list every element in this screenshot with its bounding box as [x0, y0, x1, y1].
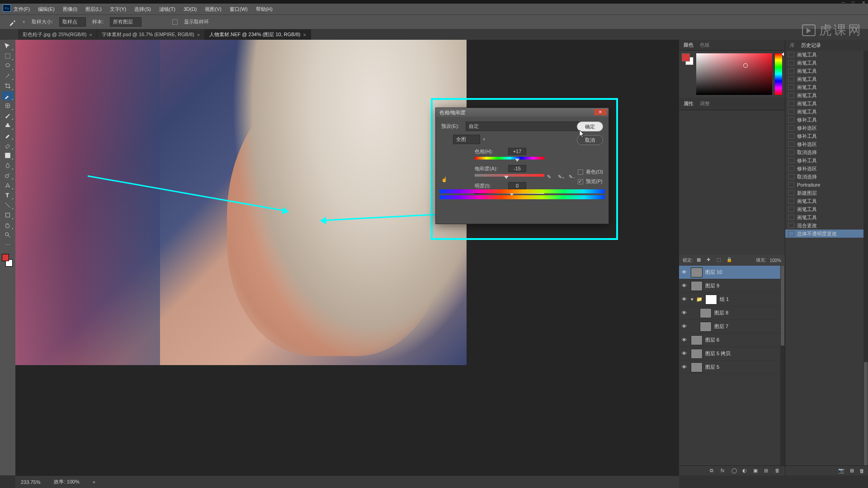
tab-document-3[interactable]: 人物素材.NEF @ 234% (图层 10, RGB/8)× [205, 29, 311, 40]
menu-edit[interactable]: 编辑(E) [38, 6, 55, 13]
layer-name[interactable]: 图层 7 [714, 323, 728, 330]
history-scrollbar[interactable] [863, 51, 868, 465]
sample-select[interactable]: 所有图层 [110, 17, 142, 27]
layer-row[interactable]: 👁图层 8 [679, 306, 785, 320]
delete-layer-icon[interactable]: 🗑 [775, 468, 781, 474]
preset-select[interactable]: 自定 [466, 122, 589, 131]
menu-image[interactable]: 图像(I) [63, 6, 77, 13]
new-group-icon[interactable]: ▣ [753, 468, 760, 474]
history-row[interactable]: 画笔工具 [785, 75, 868, 83]
gradient-tool[interactable] [2, 151, 14, 160]
layer-thumbnail[interactable] [691, 267, 703, 277]
layer-row[interactable]: 👁图层 7 [679, 320, 785, 333]
layer-row[interactable]: 👁图层 10 [679, 266, 785, 279]
lock-position-icon[interactable]: ✚ [707, 257, 713, 263]
pen-tool[interactable] [2, 181, 14, 190]
foreground-background-colors[interactable] [2, 254, 14, 267]
saturation-slider[interactable] [475, 174, 544, 177]
history-row[interactable]: Portraiture [785, 181, 868, 189]
visibility-icon[interactable]: 👁 [682, 324, 688, 330]
fill-value[interactable]: 100% [769, 258, 781, 263]
brush-tool[interactable] [2, 111, 14, 120]
layer-thumbnail[interactable] [691, 349, 703, 359]
dialog-titlebar[interactable]: 色相/饱和度 ✕ [436, 108, 609, 117]
history-row[interactable]: 修补选区 [785, 140, 868, 148]
eraser-tool[interactable] [2, 141, 14, 150]
history-brush-tool[interactable] [2, 131, 14, 140]
menu-help[interactable]: 帮助(H) [256, 6, 273, 13]
menu-window[interactable]: 窗口(W) [230, 6, 248, 13]
menu-type[interactable]: 文字(Y) [110, 6, 127, 13]
history-row[interactable]: 修补选区 [785, 124, 868, 132]
chevron-down-icon[interactable]: ▾ [691, 296, 693, 302]
menu-filter[interactable]: 滤镜(T) [159, 6, 175, 13]
layer-name[interactable]: 图层 5 [705, 364, 719, 371]
layer-row[interactable]: 👁图层 9 [679, 279, 785, 293]
lock-artboard-icon[interactable]: ⬚ [717, 257, 723, 263]
stamp-tool[interactable] [2, 121, 14, 130]
layer-name[interactable]: 图层 9 [705, 282, 719, 289]
menu-3d[interactable]: 3D(D) [184, 6, 197, 12]
layer-mask-thumbnail[interactable] [705, 295, 717, 305]
saturation-value[interactable]: -15 [508, 165, 526, 172]
tab-adjustments[interactable]: 调整 [700, 100, 710, 107]
tab-libraries[interactable]: 库 [790, 42, 795, 49]
menu-select[interactable]: 选择(S) [134, 6, 151, 13]
layer-thumbnail[interactable] [691, 335, 703, 345]
close-icon[interactable]: ✕ [862, 0, 866, 4]
history-row[interactable]: 修补工具 [785, 156, 868, 164]
layer-name[interactable]: 组 1 [720, 296, 729, 303]
eyedropper-add-icon[interactable]: ✎₊ [558, 174, 565, 181]
show-ring-checkbox[interactable] [172, 19, 178, 25]
history-row[interactable]: 修补工具 [785, 116, 868, 124]
history-row[interactable]: 画笔工具 [785, 59, 868, 67]
minimize-icon[interactable]: ─ [842, 0, 846, 4]
tab-properties[interactable]: 属性 [684, 100, 693, 107]
history-row[interactable]: 总体不透明度更改 [785, 230, 868, 238]
layer-name[interactable]: 图层 10 [705, 269, 722, 276]
eyedropper-tool[interactable] [2, 91, 14, 100]
color-swatch[interactable] [682, 53, 693, 65]
canvas-area[interactable] [15, 40, 679, 475]
history-row[interactable]: 画笔工具 [785, 91, 868, 99]
history-row[interactable]: 画笔工具 [785, 197, 868, 205]
lightness-value[interactable]: 0 [508, 182, 526, 189]
close-tab-icon[interactable]: × [89, 32, 92, 38]
layer-thumbnail[interactable] [691, 281, 703, 291]
hue-slider[interactable] [475, 157, 544, 160]
new-layer-icon[interactable]: ⊞ [764, 468, 770, 474]
layer-thumbnail[interactable] [700, 308, 712, 318]
crop-tool[interactable] [2, 81, 14, 90]
history-row[interactable]: 取消选择 [785, 173, 868, 181]
history-row[interactable]: 画笔工具 [785, 205, 868, 213]
history-row[interactable]: 修补工具 [785, 132, 868, 140]
visibility-icon[interactable]: 👁 [682, 296, 688, 303]
menu-file[interactable]: 文件(F) [14, 6, 30, 13]
visibility-icon[interactable]: 👁 [682, 337, 688, 343]
tab-document-2[interactable]: 字体素材.psd @ 16.7% (EMPIRE, RGB/8)× [97, 29, 205, 40]
sample-size-select[interactable]: 取样点 [59, 17, 86, 27]
hue-slider[interactable] [775, 53, 782, 95]
type-tool[interactable]: T [2, 191, 14, 200]
layer-fx-icon[interactable]: fx [721, 468, 727, 474]
visibility-icon[interactable]: 👁 [682, 364, 688, 371]
maximize-icon[interactable]: □ [852, 0, 856, 4]
zoom-tool[interactable] [2, 230, 14, 239]
history-row[interactable]: 画笔工具 [785, 67, 868, 75]
heal-tool[interactable] [2, 101, 14, 110]
visibility-icon[interactable]: 👁 [682, 351, 688, 357]
lock-pixels-icon[interactable]: ▦ [697, 257, 703, 263]
dialog-close-icon[interactable]: ✕ [594, 109, 607, 115]
history-row[interactable]: 画笔工具 [785, 51, 868, 59]
lock-all-icon[interactable]: 🔒 [726, 257, 733, 263]
layers-scrollbar[interactable] [780, 266, 785, 465]
layer-thumbnail[interactable] [700, 322, 712, 332]
layer-mask-icon[interactable]: ◯ [731, 468, 738, 474]
layer-name[interactable]: 图层 6 [705, 337, 719, 343]
layer-row[interactable]: 👁▾📁组 1 [679, 293, 785, 306]
color-field[interactable] [696, 53, 772, 95]
menu-view[interactable]: 视图(V) [205, 6, 222, 13]
tab-document-1[interactable]: 彩色粒子.jpg @ 25%(RGB/8)× [18, 29, 97, 40]
history-row[interactable]: 修补选区 [785, 164, 868, 173]
edit-toolbar[interactable]: ⋯ [2, 240, 14, 249]
